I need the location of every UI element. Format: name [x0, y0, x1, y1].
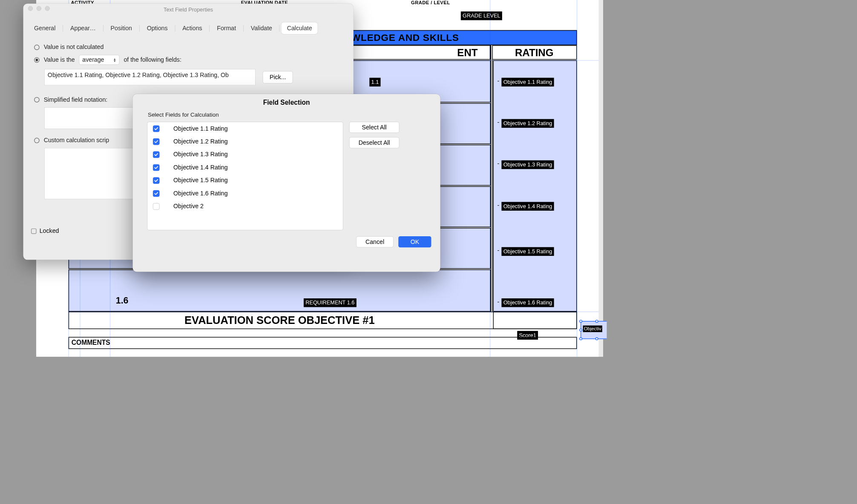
guide: [490, 0, 491, 357]
fs-list[interactable]: Objective 1.1 RatingObjective 1.2 Rating…: [147, 122, 343, 230]
titlebar[interactable]: Text Field Properties: [23, 3, 354, 17]
rating-col[interactable]: [493, 60, 577, 312]
dialog-title: Text Field Properties: [23, 3, 354, 13]
divider: [103, 25, 104, 32]
fs-item[interactable]: Objective 2: [147, 200, 343, 212]
aggregate-select[interactable]: average ▲▼: [79, 55, 120, 65]
label-not-calculated: Value is not calculated: [44, 44, 104, 51]
fs-item-label: Objective 1.6 Rating: [173, 190, 228, 197]
comments-row: [69, 337, 577, 349]
fields-display[interactable]: Objective 1.1 Rating, Objective 1.2 Rati…: [44, 69, 256, 85]
tab-appearance[interactable]: Appear…: [65, 22, 101, 34]
req-cell-6[interactable]: [69, 269, 491, 312]
close-icon[interactable]: [28, 6, 33, 11]
pick-button[interactable]: Pick...: [263, 71, 293, 83]
traffic-lights: [28, 6, 50, 11]
dash-icon: -: [497, 202, 499, 209]
field-obj-1-4[interactable]: Objective 1.4 Rating: [501, 202, 554, 211]
field-obj-1-2[interactable]: Objective 1.2 Rating: [501, 119, 554, 128]
select-all-button[interactable]: Select All: [349, 122, 400, 133]
deselect-all-button[interactable]: Deselect All: [349, 137, 400, 148]
field-obj-1-1[interactable]: Objective 1.1 Rating: [501, 78, 554, 87]
field-obj-1-5[interactable]: Objective 1.5 Rating: [501, 247, 554, 256]
dash-icon: -: [497, 247, 499, 254]
fs-item[interactable]: Objective 1.6 Rating: [147, 187, 343, 200]
dash-icon: -: [497, 298, 499, 305]
radio-simplified[interactable]: [34, 97, 40, 103]
fs-item[interactable]: Objective 1.1 Rating: [147, 122, 343, 135]
tabs: General Appear… Position Options Actions…: [23, 17, 354, 37]
section-header-text: WLEDGE AND SKILLS: [351, 32, 459, 43]
tab-options[interactable]: Options: [141, 22, 173, 34]
comments-label: COMMENTS: [72, 339, 110, 346]
dash-icon: -: [497, 160, 499, 167]
locked-label: Locked: [40, 228, 59, 235]
divider: [279, 25, 280, 32]
dash-icon: -: [497, 119, 499, 126]
col-grade: GRADE / LEVEL: [411, 0, 450, 6]
aggregate-value: average: [82, 56, 104, 63]
label-custom: Custom calculation scrip: [44, 137, 109, 143]
divider: [243, 25, 244, 32]
fs-item[interactable]: Objective 1.2 Rating: [147, 135, 343, 148]
fs-item-label: Objective 1.2 Rating: [173, 138, 228, 145]
row-number-16: 1.6: [116, 295, 129, 306]
eval-score-cell[interactable]: [493, 312, 577, 329]
fs-item-label: Objective 1.4 Rating: [173, 164, 228, 171]
checkbox[interactable]: [153, 177, 160, 184]
minimize-icon[interactable]: [37, 6, 41, 11]
checkbox[interactable]: [153, 190, 160, 197]
tab-position[interactable]: Position: [105, 22, 138, 34]
checkbox[interactable]: [153, 125, 160, 132]
tab-calculate[interactable]: Calculate: [282, 22, 318, 34]
checkbox[interactable]: [153, 151, 160, 158]
fs-subtitle: Select Fields for Calculation: [133, 110, 440, 120]
resize-handle[interactable]: [579, 320, 582, 323]
fs-item-label: Objective 1.3 Rating: [173, 151, 228, 158]
zoom-icon[interactable]: [45, 6, 49, 11]
fs-item-label: Objective 1.1 Rating: [173, 125, 228, 132]
guide: [68, 312, 598, 312]
label-of-following: of the following fields:: [124, 56, 181, 63]
checkbox[interactable]: [153, 164, 160, 171]
label-value-is: Value is the: [44, 56, 75, 63]
chevron-updown-icon: ▲▼: [113, 58, 116, 62]
col-divider: [491, 45, 493, 312]
radio-custom[interactable]: [34, 137, 40, 143]
checkbox[interactable]: [153, 138, 160, 145]
fs-item-label: Objective 2: [173, 203, 204, 209]
fs-title: Field Selection: [133, 94, 440, 110]
fs-item[interactable]: Objective 1.3 Rating: [147, 148, 343, 161]
resize-handle[interactable]: [595, 337, 598, 340]
field-obj-1-3[interactable]: Objective 1.3 Rating: [501, 160, 554, 169]
field-selected-label[interactable]: Objectiv: [583, 326, 602, 332]
resize-handle[interactable]: [579, 329, 582, 332]
dash-icon: -: [497, 78, 499, 85]
field-obj-1-6[interactable]: Objective 1.6 Rating: [501, 298, 554, 307]
eval-score-label: EVALUATION SCORE OBJECTIVE #1: [69, 312, 491, 329]
divider: [63, 25, 63, 32]
radio-not-calculated[interactable]: [34, 44, 40, 50]
label-simplified: Simplified field notation:: [44, 96, 108, 103]
divider: [210, 25, 210, 32]
resize-handle[interactable]: [579, 337, 582, 340]
tab-general[interactable]: General: [29, 22, 61, 34]
tab-validate[interactable]: Validate: [245, 22, 278, 34]
subheader-rating: RATING: [492, 45, 577, 60]
checkbox[interactable]: [153, 203, 160, 210]
divider: [175, 25, 175, 32]
tab-format[interactable]: Format: [212, 22, 242, 34]
tab-actions[interactable]: Actions: [177, 22, 207, 34]
ok-button[interactable]: OK: [398, 236, 431, 247]
fs-item[interactable]: Objective 1.4 Rating: [147, 161, 343, 174]
field-grade-level[interactable]: GRADE LEVEL: [461, 11, 502, 20]
cancel-button[interactable]: Cancel: [356, 236, 394, 247]
field-req-16[interactable]: REQUIREMENT 1.6: [304, 298, 357, 307]
locked-checkbox[interactable]: [31, 228, 37, 234]
field-req-11[interactable]: 1.1: [369, 78, 380, 87]
fs-item[interactable]: Objective 1.5 Rating: [147, 174, 343, 187]
resize-handle[interactable]: [595, 320, 598, 323]
radio-value-is[interactable]: [34, 57, 40, 63]
divider: [139, 25, 140, 32]
field-selection-dialog[interactable]: Field Selection Select Fields for Calcul…: [133, 94, 440, 272]
